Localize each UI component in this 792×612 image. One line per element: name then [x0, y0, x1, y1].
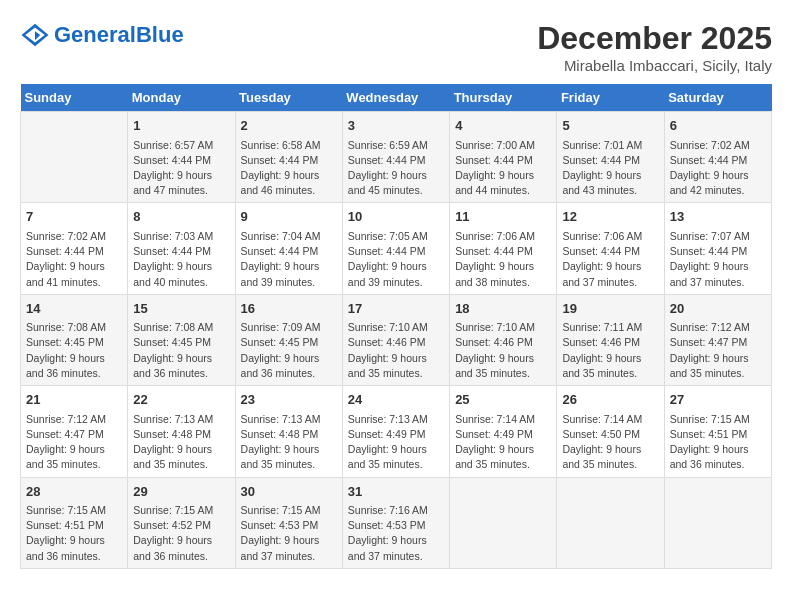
col-header-thursday: Thursday — [450, 84, 557, 112]
calendar-cell: 6Sunrise: 7:02 AMSunset: 4:44 PMDaylight… — [664, 112, 771, 203]
calendar-cell: 16Sunrise: 7:09 AMSunset: 4:45 PMDayligh… — [235, 294, 342, 385]
day-number: 15 — [133, 299, 229, 319]
calendar-cell — [450, 477, 557, 568]
day-number: 16 — [241, 299, 337, 319]
day-number: 11 — [455, 207, 551, 227]
day-info: Sunrise: 7:03 AMSunset: 4:44 PMDaylight:… — [133, 229, 229, 290]
day-info: Sunrise: 7:10 AMSunset: 4:46 PMDaylight:… — [348, 320, 444, 381]
day-number: 26 — [562, 390, 658, 410]
calendar-cell: 5Sunrise: 7:01 AMSunset: 4:44 PMDaylight… — [557, 112, 664, 203]
calendar-cell: 24Sunrise: 7:13 AMSunset: 4:49 PMDayligh… — [342, 386, 449, 477]
logo-general: General — [54, 22, 136, 47]
calendar-cell: 18Sunrise: 7:10 AMSunset: 4:46 PMDayligh… — [450, 294, 557, 385]
week-row-0: 1Sunrise: 6:57 AMSunset: 4:44 PMDaylight… — [21, 112, 772, 203]
calendar-cell: 10Sunrise: 7:05 AMSunset: 4:44 PMDayligh… — [342, 203, 449, 294]
calendar-cell: 23Sunrise: 7:13 AMSunset: 4:48 PMDayligh… — [235, 386, 342, 477]
week-row-1: 7Sunrise: 7:02 AMSunset: 4:44 PMDaylight… — [21, 203, 772, 294]
day-info: Sunrise: 7:05 AMSunset: 4:44 PMDaylight:… — [348, 229, 444, 290]
day-number: 13 — [670, 207, 766, 227]
col-header-friday: Friday — [557, 84, 664, 112]
day-info: Sunrise: 7:13 AMSunset: 4:49 PMDaylight:… — [348, 412, 444, 473]
location: Mirabella Imbaccari, Sicily, Italy — [537, 57, 772, 74]
day-info: Sunrise: 7:13 AMSunset: 4:48 PMDaylight:… — [241, 412, 337, 473]
calendar-cell: 11Sunrise: 7:06 AMSunset: 4:44 PMDayligh… — [450, 203, 557, 294]
day-info: Sunrise: 6:57 AMSunset: 4:44 PMDaylight:… — [133, 138, 229, 199]
day-info: Sunrise: 7:06 AMSunset: 4:44 PMDaylight:… — [455, 229, 551, 290]
day-info: Sunrise: 7:12 AMSunset: 4:47 PMDaylight:… — [26, 412, 122, 473]
calendar-cell: 1Sunrise: 6:57 AMSunset: 4:44 PMDaylight… — [128, 112, 235, 203]
col-header-monday: Monday — [128, 84, 235, 112]
day-number: 1 — [133, 116, 229, 136]
col-header-sunday: Sunday — [21, 84, 128, 112]
day-number: 14 — [26, 299, 122, 319]
calendar-cell: 28Sunrise: 7:15 AMSunset: 4:51 PMDayligh… — [21, 477, 128, 568]
calendar-cell: 26Sunrise: 7:14 AMSunset: 4:50 PMDayligh… — [557, 386, 664, 477]
calendar-body: 1Sunrise: 6:57 AMSunset: 4:44 PMDaylight… — [21, 112, 772, 569]
day-info: Sunrise: 6:59 AMSunset: 4:44 PMDaylight:… — [348, 138, 444, 199]
day-number: 29 — [133, 482, 229, 502]
day-info: Sunrise: 7:13 AMSunset: 4:48 PMDaylight:… — [133, 412, 229, 473]
calendar-cell — [21, 112, 128, 203]
calendar-cell: 27Sunrise: 7:15 AMSunset: 4:51 PMDayligh… — [664, 386, 771, 477]
day-number: 23 — [241, 390, 337, 410]
day-number: 12 — [562, 207, 658, 227]
calendar-cell: 17Sunrise: 7:10 AMSunset: 4:46 PMDayligh… — [342, 294, 449, 385]
day-number: 19 — [562, 299, 658, 319]
day-info: Sunrise: 7:16 AMSunset: 4:53 PMDaylight:… — [348, 503, 444, 564]
day-number: 6 — [670, 116, 766, 136]
day-number: 31 — [348, 482, 444, 502]
day-number: 20 — [670, 299, 766, 319]
day-info: Sunrise: 7:04 AMSunset: 4:44 PMDaylight:… — [241, 229, 337, 290]
logo: GeneralBlue — [20, 20, 184, 50]
day-number: 21 — [26, 390, 122, 410]
day-info: Sunrise: 7:09 AMSunset: 4:45 PMDaylight:… — [241, 320, 337, 381]
day-number: 25 — [455, 390, 551, 410]
day-info: Sunrise: 7:14 AMSunset: 4:49 PMDaylight:… — [455, 412, 551, 473]
calendar-cell: 12Sunrise: 7:06 AMSunset: 4:44 PMDayligh… — [557, 203, 664, 294]
calendar-cell — [664, 477, 771, 568]
day-info: Sunrise: 7:15 AMSunset: 4:51 PMDaylight:… — [670, 412, 766, 473]
day-number: 24 — [348, 390, 444, 410]
title-block: December 2025 Mirabella Imbaccari, Sicil… — [537, 20, 772, 74]
calendar-cell: 19Sunrise: 7:11 AMSunset: 4:46 PMDayligh… — [557, 294, 664, 385]
day-number: 7 — [26, 207, 122, 227]
day-number: 18 — [455, 299, 551, 319]
day-info: Sunrise: 7:08 AMSunset: 4:45 PMDaylight:… — [133, 320, 229, 381]
day-info: Sunrise: 7:10 AMSunset: 4:46 PMDaylight:… — [455, 320, 551, 381]
calendar-cell: 13Sunrise: 7:07 AMSunset: 4:44 PMDayligh… — [664, 203, 771, 294]
calendar-cell: 31Sunrise: 7:16 AMSunset: 4:53 PMDayligh… — [342, 477, 449, 568]
calendar-cell: 9Sunrise: 7:04 AMSunset: 4:44 PMDaylight… — [235, 203, 342, 294]
calendar-cell: 8Sunrise: 7:03 AMSunset: 4:44 PMDaylight… — [128, 203, 235, 294]
day-number: 9 — [241, 207, 337, 227]
day-number: 22 — [133, 390, 229, 410]
day-number: 10 — [348, 207, 444, 227]
day-info: Sunrise: 7:14 AMSunset: 4:50 PMDaylight:… — [562, 412, 658, 473]
week-row-2: 14Sunrise: 7:08 AMSunset: 4:45 PMDayligh… — [21, 294, 772, 385]
page-header: GeneralBlue December 2025 Mirabella Imba… — [20, 20, 772, 74]
day-number: 5 — [562, 116, 658, 136]
day-info: Sunrise: 7:01 AMSunset: 4:44 PMDaylight:… — [562, 138, 658, 199]
week-row-4: 28Sunrise: 7:15 AMSunset: 4:51 PMDayligh… — [21, 477, 772, 568]
day-info: Sunrise: 7:15 AMSunset: 4:53 PMDaylight:… — [241, 503, 337, 564]
calendar-cell: 7Sunrise: 7:02 AMSunset: 4:44 PMDaylight… — [21, 203, 128, 294]
calendar-cell: 29Sunrise: 7:15 AMSunset: 4:52 PMDayligh… — [128, 477, 235, 568]
day-info: Sunrise: 7:02 AMSunset: 4:44 PMDaylight:… — [670, 138, 766, 199]
calendar-cell — [557, 477, 664, 568]
calendar-cell: 4Sunrise: 7:00 AMSunset: 4:44 PMDaylight… — [450, 112, 557, 203]
logo-icon — [20, 20, 50, 50]
calendar-cell: 21Sunrise: 7:12 AMSunset: 4:47 PMDayligh… — [21, 386, 128, 477]
day-number: 27 — [670, 390, 766, 410]
day-info: Sunrise: 7:02 AMSunset: 4:44 PMDaylight:… — [26, 229, 122, 290]
calendar-cell: 20Sunrise: 7:12 AMSunset: 4:47 PMDayligh… — [664, 294, 771, 385]
day-number: 4 — [455, 116, 551, 136]
month-title: December 2025 — [537, 20, 772, 57]
day-number: 28 — [26, 482, 122, 502]
day-info: Sunrise: 7:07 AMSunset: 4:44 PMDaylight:… — [670, 229, 766, 290]
week-row-3: 21Sunrise: 7:12 AMSunset: 4:47 PMDayligh… — [21, 386, 772, 477]
calendar-cell: 30Sunrise: 7:15 AMSunset: 4:53 PMDayligh… — [235, 477, 342, 568]
calendar-cell: 2Sunrise: 6:58 AMSunset: 4:44 PMDaylight… — [235, 112, 342, 203]
calendar-cell: 22Sunrise: 7:13 AMSunset: 4:48 PMDayligh… — [128, 386, 235, 477]
day-number: 2 — [241, 116, 337, 136]
calendar-header-row: SundayMondayTuesdayWednesdayThursdayFrid… — [21, 84, 772, 112]
day-number: 3 — [348, 116, 444, 136]
